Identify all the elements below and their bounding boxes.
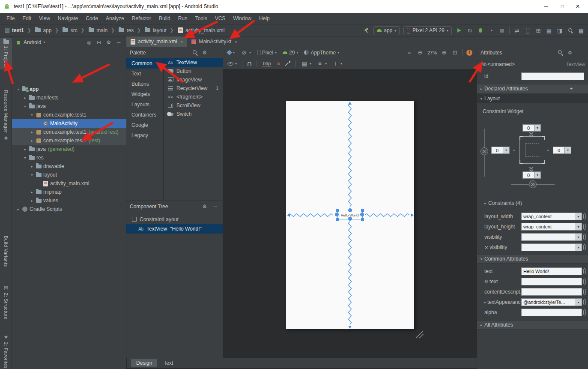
tree-row-mainactivity[interactable]: C MainActivity — [12, 119, 126, 128]
project-structure-icon[interactable]: ▤ — [546, 26, 552, 35]
constraint-anchor-right[interactable] — [360, 213, 364, 216]
tool-window-resource-manager[interactable]: Resource Manager ◈ — [0, 88, 12, 143]
chevron-collapsed-icon[interactable]: ▸ — [29, 199, 35, 203]
breadcrumb-src[interactable]: src — [71, 27, 78, 33]
palette-category-widgets[interactable]: Widgets — [126, 89, 163, 99]
run-configuration-selector[interactable]: app ▾ — [373, 26, 400, 35]
margin-top-dropdown[interactable]: 0▾ — [522, 124, 541, 132]
palette-category-containers[interactable]: Containers — [126, 110, 163, 120]
default-margins-button[interactable]: 0dp — [262, 61, 272, 66]
zoom-out-button[interactable]: ⊖ — [417, 48, 424, 57]
section-declared-attributes[interactable]: ▸ Declared Attributes + ─ — [477, 84, 588, 93]
pin-toggle-icon[interactable] — [583, 234, 586, 240]
chevron-collapsed-icon[interactable]: ▸ — [22, 96, 28, 100]
breadcrumb-res[interactable]: res — [127, 27, 134, 33]
theme-menu[interactable]: AppTheme ▾ — [304, 50, 339, 56]
palette-category-common[interactable]: Common — [126, 58, 163, 69]
component-constraintlayout[interactable]: ConstraintLayout — [126, 215, 223, 224]
pin-toggle-icon[interactable] — [583, 213, 586, 219]
sdk-manager-icon[interactable]: ⊞ — [535, 26, 542, 35]
component-textview[interactable]: Ab TextView- "Hello World!" — [126, 224, 223, 234]
profiler-icon[interactable]: ◔ — [488, 26, 495, 35]
gear-icon[interactable]: ⚙ — [201, 50, 209, 56]
gear-icon[interactable]: ⚙ — [201, 204, 209, 210]
hide-panel-icon[interactable]: ─ — [212, 50, 219, 56]
chevron-expanded-icon[interactable]: ▾ — [22, 156, 28, 160]
tree-row-values[interactable]: ▸ values — [12, 196, 126, 205]
debug-icon[interactable] — [477, 26, 484, 35]
section-all-attributes[interactable]: ▸ All Attributes — [477, 320, 588, 330]
collapse-all-icon[interactable]: ⊟ — [95, 39, 103, 45]
palette-item-textview[interactable]: Ab TextView — [164, 58, 223, 67]
stop-button[interactable] — [498, 26, 505, 35]
tree-row-package-test[interactable]: ▸ com.example.test1 (test) — [12, 136, 126, 145]
margin-right-dropdown[interactable]: 0▾ — [553, 147, 571, 154]
design-surface-selector[interactable]: ▾ — [227, 51, 235, 54]
palette-item-imageview[interactable]: ImageView — [164, 75, 223, 84]
warning-indicator[interactable]: ! — [466, 50, 472, 56]
align-button[interactable]: ≡ ▾ — [316, 60, 327, 68]
margin-left-dropdown[interactable]: 0▾ — [491, 147, 510, 154]
palette-item-button[interactable]: Button — [164, 67, 223, 75]
zoom-in-button[interactable]: ⊕ — [441, 48, 448, 57]
pin-toggle-icon[interactable] — [583, 224, 586, 230]
menu-code[interactable]: Code — [82, 13, 102, 24]
pin-toggle-icon[interactable] — [583, 309, 586, 315]
layout-inspector-icon[interactable]: ◨ — [556, 26, 563, 35]
hide-panel-icon[interactable]: ─ — [577, 50, 585, 56]
guidelines-button[interactable]: I ▾ — [332, 60, 342, 68]
content-description-input[interactable] — [521, 288, 582, 296]
gear-icon[interactable]: ⚙ — [105, 39, 113, 45]
palette-category-buttons[interactable]: Buttons — [126, 79, 163, 89]
constraint-anchor-left[interactable] — [335, 213, 339, 216]
menu-help[interactable]: Help — [255, 13, 274, 24]
close-tab-icon[interactable]: × — [180, 39, 183, 44]
pin-toggle-icon[interactable] — [583, 268, 586, 274]
menu-refactor[interactable]: Refactor — [128, 13, 155, 24]
tree-row-drawable[interactable]: ▸ drawable — [12, 162, 126, 171]
chevron-collapsed-icon[interactable]: ▸ — [22, 147, 28, 151]
project-view-selector[interactable]: Android — [24, 39, 41, 45]
id-input[interactable] — [521, 72, 584, 80]
palette-item-switch[interactable]: Switch — [164, 110, 223, 118]
vertical-bias-knob[interactable]: 50 — [481, 147, 488, 155]
tree-row-java[interactable]: ▾ java — [12, 102, 126, 111]
chevron-collapsed-icon[interactable]: ▸ — [484, 300, 486, 304]
zoom-fit-button[interactable]: ⊡ — [451, 48, 458, 57]
device-selector[interactable]: Pixel 2 API 29 ▾ — [403, 26, 452, 35]
selection-handle[interactable] — [361, 218, 364, 221]
tool-windows-icon[interactable]: ▦ — [578, 26, 585, 35]
avd-manager-icon[interactable] — [524, 26, 531, 35]
search-icon[interactable] — [558, 50, 563, 55]
menu-view[interactable]: View — [35, 13, 54, 24]
chevron-collapsed-icon[interactable]: ▸ — [29, 139, 35, 143]
hide-panel-icon[interactable]: ─ — [212, 204, 219, 210]
section-layout[interactable]: ▾ Layout — [477, 94, 588, 103]
close-button[interactable]: × — [568, 0, 587, 13]
selection-handle[interactable] — [336, 209, 339, 212]
layout-width-dropdown[interactable]: wrap_content ▾ — [521, 213, 582, 220]
chevron-collapsed-icon[interactable]: ▸ — [15, 207, 21, 211]
palette-item-fragment[interactable]: <> <fragment> — [164, 93, 223, 101]
chevron-collapsed-icon[interactable]: ▸ — [29, 130, 35, 134]
chevron-collapsed-icon[interactable]: ▸ — [29, 165, 35, 168]
menu-file[interactable]: File — [3, 13, 18, 24]
clear-constraints-button[interactable]: × — [277, 60, 280, 67]
selection-handle[interactable] — [336, 218, 339, 221]
add-attribute-button[interactable]: + — [567, 86, 575, 92]
run-button[interactable] — [456, 26, 463, 35]
pin-toggle-icon[interactable] — [583, 289, 586, 295]
menu-analyze[interactable]: Analyze — [102, 13, 128, 24]
search-icon[interactable] — [192, 50, 198, 55]
tool-window-structure[interactable]: ▤ Z: Structure — [0, 283, 12, 321]
apply-changes-icon[interactable]: ↻ — [466, 26, 473, 35]
tool-window-build-variants[interactable]: Build Variants — [0, 234, 12, 269]
pack-button[interactable]: ▤ ▾ — [301, 60, 311, 68]
tree-row-layout[interactable]: ▾ layout — [12, 171, 126, 179]
orientation-selector[interactable]: ⊘ ▾ — [241, 48, 251, 57]
menu-run[interactable]: Run — [174, 13, 191, 24]
tools-visibility-dropdown[interactable]: ▾ — [521, 243, 582, 251]
menu-window[interactable]: Window — [229, 13, 255, 24]
pin-toggle-icon[interactable] — [583, 279, 586, 285]
tree-row-activity-main-xml[interactable]: activity_main.xml — [12, 179, 126, 188]
